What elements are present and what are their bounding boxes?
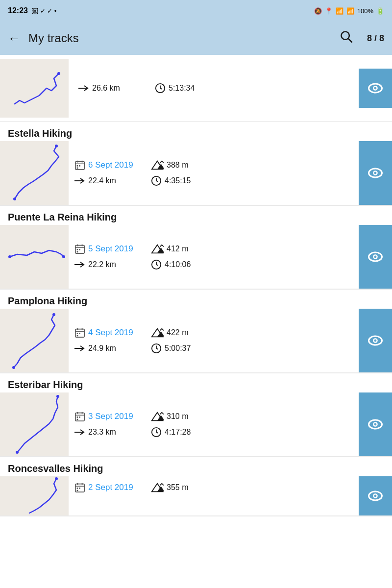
track-date-0: 6 Sept 2019 (74, 160, 143, 171)
svg-rect-93 (77, 488, 78, 489)
svg-point-0 (341, 31, 349, 39)
svg-point-70 (16, 451, 19, 454)
partial-eye-button[interactable] (359, 69, 392, 108)
track-detail-2: 4 Sept 2019 422 m (0, 309, 392, 372)
eye-icon (367, 79, 384, 97)
dist-dur-row-3: 23.3 km 4:17:28 (74, 427, 353, 438)
calendar-icon-0 (74, 160, 85, 171)
svg-rect-11 (0, 141, 69, 205)
track-map-2 (0, 309, 69, 372)
track-item-1: Puente La Reina Hiking (0, 206, 392, 290)
svg-rect-20 (77, 168, 78, 169)
partial-stats: 26.6 km 5:13:34 (74, 79, 359, 98)
track-title-2: Pamplona Hiking (0, 290, 392, 309)
track-distance-1: 22.2 km (74, 260, 143, 269)
svg-line-45 (156, 265, 158, 266)
track-item-2: Pamplona Hiking (0, 290, 392, 373)
mountain-icon-1 (151, 244, 164, 254)
svg-rect-38 (79, 249, 80, 250)
page-title: My tracks (28, 31, 332, 45)
track-title-1: Puente La Reina Hiking (0, 206, 392, 225)
track-stats-4: 2 Sept 2019 355 m (69, 476, 359, 515)
svg-marker-41 (157, 247, 164, 253)
svg-point-48 (374, 256, 377, 258)
svg-point-67 (374, 340, 377, 342)
svg-rect-76 (79, 416, 80, 418)
track-date-2: 4 Sept 2019 (74, 327, 143, 338)
eye-button-3[interactable] (359, 392, 392, 456)
calendar-icon-4 (74, 482, 85, 493)
svg-rect-87 (0, 476, 69, 515)
track-item-0: Estella Hiking (0, 122, 392, 206)
svg-rect-56 (77, 333, 78, 334)
track-elevation-4: 355 m (151, 482, 220, 493)
track-elevation-3: 310 m (151, 411, 220, 422)
svg-point-86 (374, 423, 377, 426)
distance-icon-3 (74, 428, 85, 436)
wifi-icon: 📶 (336, 7, 343, 15)
track-duration-0: 4:35:15 (151, 175, 220, 186)
partial-distance-row: 26.6 km 5:13:34 (78, 83, 355, 94)
track-item-3: Esteribar Hiking (0, 373, 392, 457)
svg-point-50 (52, 313, 55, 316)
svg-point-3 (57, 72, 60, 75)
distance-icon-2 (74, 344, 85, 352)
track-stats-0: 6 Sept 2019 388 m (69, 141, 359, 205)
clock-icon-0 (151, 175, 162, 186)
status-icons: 🖼 ✓ ✓ • (32, 7, 56, 15)
dist-dur-row-1: 22.2 km 4:10:06 (74, 259, 353, 270)
track-detail-4: 2 Sept 2019 355 m (0, 476, 392, 515)
svg-rect-68 (0, 392, 69, 456)
partial-distance: 26.6 km (78, 84, 147, 93)
track-duration-2: 5:00:37 (151, 343, 220, 354)
svg-rect-39 (77, 251, 78, 253)
svg-point-69 (56, 395, 59, 398)
partial-duration: 5:13:34 (155, 83, 223, 94)
eye-icon-0 (367, 164, 384, 182)
eye-button-4[interactable] (359, 476, 392, 515)
location-icon: 📍 (325, 7, 333, 15)
svg-point-31 (8, 255, 11, 258)
track-detail-1: 5 Sept 2019 412 m (0, 225, 392, 289)
svg-point-29 (374, 172, 377, 174)
svg-marker-79 (157, 415, 164, 420)
eye-button-0[interactable] (359, 141, 392, 205)
search-button[interactable] (340, 30, 353, 47)
svg-rect-58 (77, 335, 78, 337)
distance-icon-1 (74, 261, 85, 269)
battery-icon: 🔋 (376, 7, 384, 15)
svg-point-100 (374, 495, 377, 497)
svg-marker-22 (157, 164, 164, 169)
track-title-3: Esteribar Hiking (0, 373, 392, 392)
mountain-icon-0 (151, 160, 164, 171)
eye-button-1[interactable] (359, 225, 392, 289)
track-list: 26.6 km 5:13:34 Es (0, 55, 392, 516)
track-map-1 (0, 225, 69, 289)
track-detail-3: 3 Sept 2019 310 m (0, 392, 392, 456)
track-duration-1: 4:10:06 (151, 259, 220, 270)
svg-point-88 (55, 477, 58, 480)
track-title-0: Estella Hiking (0, 122, 392, 141)
svg-rect-75 (77, 416, 78, 418)
partial-track-item: 26.6 km 5:13:34 (0, 55, 392, 122)
track-elevation-0: 388 m (151, 160, 220, 171)
svg-line-26 (156, 181, 158, 182)
track-map-4 (0, 476, 69, 515)
track-elevation-1: 412 m (151, 244, 220, 254)
track-elevation-2: 422 m (151, 327, 220, 338)
track-stats-2: 4 Sept 2019 422 m (69, 309, 359, 372)
back-button[interactable]: ← (8, 31, 21, 46)
status-time: 12:23 (8, 6, 28, 15)
track-date-3: 3 Sept 2019 (74, 411, 143, 422)
track-date-4: 2 Sept 2019 (74, 482, 143, 493)
track-count: 8 / 8 (367, 33, 384, 44)
date-elevation-row-2: 4 Sept 2019 422 m (74, 327, 353, 338)
svg-line-1 (348, 39, 352, 43)
eye-button-2[interactable] (359, 309, 392, 372)
track-map-3 (0, 392, 69, 456)
track-distance-2: 24.9 km (74, 344, 143, 353)
dist-dur-row-2: 24.9 km 5:00:37 (74, 343, 353, 354)
track-detail-0: 6 Sept 2019 388 m (0, 141, 392, 205)
track-title-4: Roncesvalles Hiking (0, 457, 392, 476)
track-stats-1: 5 Sept 2019 412 m (69, 225, 359, 289)
